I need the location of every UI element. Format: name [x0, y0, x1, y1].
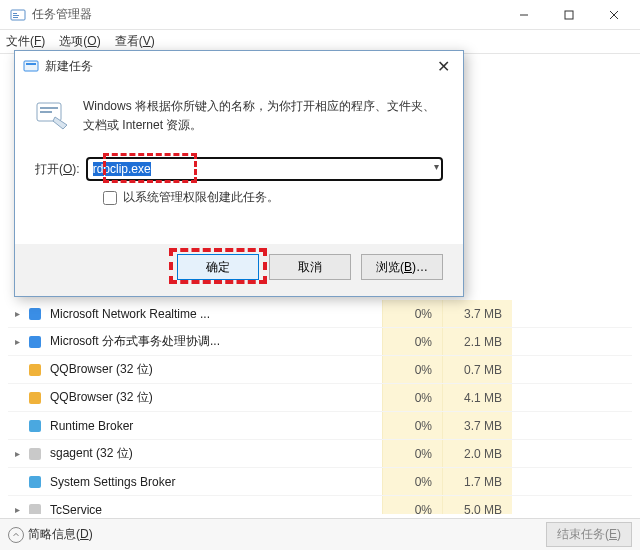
- svg-rect-1: [13, 13, 17, 14]
- table-row[interactable]: ▸TcService0%5.0 MB: [8, 496, 632, 514]
- dialog-title: 新建任务: [45, 58, 93, 75]
- titlebar: 任务管理器: [0, 0, 640, 30]
- table-row[interactable]: Runtime Broker0%3.7 MB: [8, 412, 632, 440]
- process-name: QQBrowser (32 位): [50, 389, 382, 406]
- expand-icon[interactable]: ▸: [8, 448, 26, 459]
- svg-rect-19: [40, 107, 58, 109]
- table-row[interactable]: System Settings Broker0%1.7 MB: [8, 468, 632, 496]
- cpu-cell: 0%: [382, 468, 442, 495]
- new-task-dialog: 新建任务 ✕ Windows 将根据你所键入的名称，为你打开相应的程序、文件夹、…: [14, 50, 464, 297]
- svg-rect-3: [13, 17, 18, 18]
- maximize-button[interactable]: [546, 0, 591, 30]
- mem-cell: 2.1 MB: [442, 328, 512, 355]
- svg-rect-9: [29, 336, 41, 348]
- process-icon: [26, 333, 44, 351]
- process-icon: [26, 361, 44, 379]
- mem-cell: 3.7 MB: [442, 300, 512, 327]
- svg-rect-15: [29, 504, 41, 515]
- svg-rect-13: [29, 448, 41, 460]
- cpu-cell: 0%: [382, 496, 442, 514]
- svg-rect-17: [26, 63, 36, 65]
- cpu-cell: 0%: [382, 384, 442, 411]
- cpu-cell: 0%: [382, 328, 442, 355]
- table-row[interactable]: ▸sgagent (32 位)0%2.0 MB: [8, 440, 632, 468]
- process-name: Microsoft Network Realtime ...: [50, 307, 382, 321]
- process-name: System Settings Broker: [50, 475, 382, 489]
- mem-cell: 0.7 MB: [442, 356, 512, 383]
- process-name: Microsoft 分布式事务处理协调...: [50, 333, 382, 350]
- statusbar: 简略信息(D) 结束任务(E): [0, 518, 640, 550]
- dialog-close-button[interactable]: ✕: [431, 57, 455, 76]
- process-icon: [26, 501, 44, 515]
- run-large-icon: [35, 97, 71, 133]
- process-icon: [26, 389, 44, 407]
- expand-icon[interactable]: ▸: [8, 308, 26, 319]
- mem-cell: 1.7 MB: [442, 468, 512, 495]
- process-icon: [26, 473, 44, 491]
- process-icon: [26, 417, 44, 435]
- svg-rect-5: [565, 11, 573, 19]
- open-input[interactable]: [86, 157, 443, 181]
- svg-rect-12: [29, 420, 41, 432]
- table-row[interactable]: QQBrowser (32 位)0%4.1 MB: [8, 384, 632, 412]
- admin-checkbox[interactable]: [103, 191, 117, 205]
- expand-icon[interactable]: ▸: [8, 336, 26, 347]
- window-title: 任务管理器: [32, 6, 501, 23]
- process-icon: [26, 445, 44, 463]
- open-label: 打开(O):: [35, 161, 80, 178]
- menu-view[interactable]: 查看(V): [115, 33, 155, 50]
- admin-label: 以系统管理权限创建此任务。: [123, 189, 279, 206]
- ok-button[interactable]: 确定: [177, 254, 259, 280]
- cancel-button[interactable]: 取消: [269, 254, 351, 280]
- browse-button[interactable]: 浏览(B)…: [361, 254, 443, 280]
- process-icon: [26, 305, 44, 323]
- table-row[interactable]: ▸Microsoft 分布式事务处理协调...0%2.1 MB: [8, 328, 632, 356]
- mem-cell: 5.0 MB: [442, 496, 512, 514]
- cpu-cell: 0%: [382, 440, 442, 467]
- taskmgr-icon: [10, 7, 26, 23]
- svg-rect-11: [29, 392, 41, 404]
- menu-options[interactable]: 选项(O): [59, 33, 100, 50]
- cpu-cell: 0%: [382, 356, 442, 383]
- svg-rect-20: [40, 111, 52, 113]
- cpu-cell: 0%: [382, 300, 442, 327]
- table-row[interactable]: QQBrowser (32 位)0%0.7 MB: [8, 356, 632, 384]
- menu-file[interactable]: 文件(F): [6, 33, 45, 50]
- chevron-up-icon: [8, 527, 24, 543]
- mem-cell: 4.1 MB: [442, 384, 512, 411]
- cpu-cell: 0%: [382, 412, 442, 439]
- mem-cell: 2.0 MB: [442, 440, 512, 467]
- mem-cell: 3.7 MB: [442, 412, 512, 439]
- dialog-titlebar: 新建任务 ✕: [15, 51, 463, 81]
- expand-icon[interactable]: ▸: [8, 504, 26, 514]
- svg-rect-2: [13, 15, 19, 16]
- dropdown-icon[interactable]: ▾: [434, 161, 439, 172]
- svg-rect-14: [29, 476, 41, 488]
- process-name: sgagent (32 位): [50, 445, 382, 462]
- end-task-button[interactable]: 结束任务(E): [546, 522, 632, 547]
- process-name: QQBrowser (32 位): [50, 361, 382, 378]
- svg-rect-8: [29, 308, 41, 320]
- minimize-button[interactable]: [501, 0, 546, 30]
- process-name: Runtime Broker: [50, 419, 382, 433]
- svg-rect-10: [29, 364, 41, 376]
- close-button[interactable]: [591, 0, 636, 30]
- run-dialog-icon: [23, 58, 39, 74]
- dialog-description: Windows 将根据你所键入的名称，为你打开相应的程序、文件夹、文档或 Int…: [83, 97, 443, 135]
- table-row[interactable]: ▸Microsoft Network Realtime ...0%3.7 MB: [8, 300, 632, 328]
- process-list: ▸Microsoft Network Realtime ...0%3.7 MB▸…: [8, 300, 632, 514]
- svg-rect-16: [24, 61, 38, 71]
- process-name: TcService: [50, 503, 382, 515]
- fewer-details-button[interactable]: 简略信息(D): [8, 526, 93, 543]
